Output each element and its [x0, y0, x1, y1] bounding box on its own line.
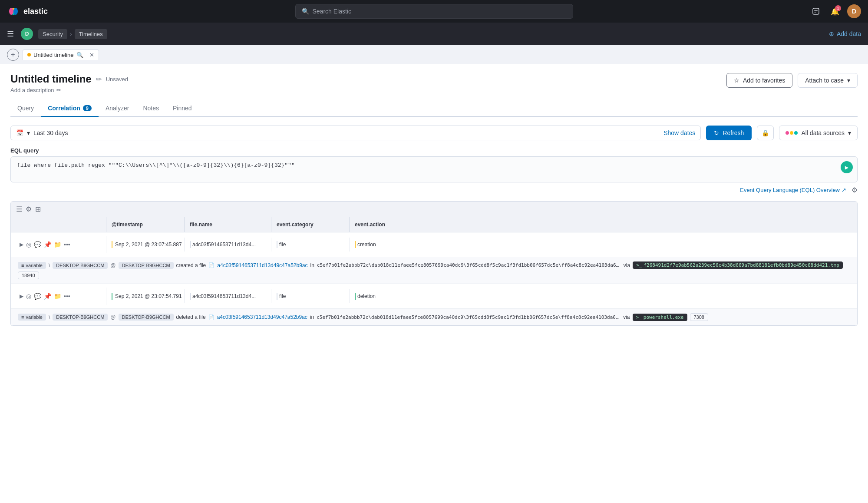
description-row[interactable]: Add a description ✏ — [10, 87, 128, 93]
category-value: file — [279, 242, 286, 248]
user-avatar-button[interactable]: D — [847, 4, 861, 18]
detail-cmd-pill-2: >_ powershell.exe — [633, 314, 687, 321]
search-placeholder: Search Elastic — [313, 8, 351, 15]
tab-notes[interactable]: Notes — [136, 100, 166, 117]
secondary-navigation: ☰ D Security › Timelines ⊕ Add data — [0, 23, 868, 45]
row-action-buttons: ▶ ◎ 💬 📌 📁 ••• — [16, 239, 101, 250]
tab-query-label: Query — [17, 105, 34, 112]
detail-pid-2: 7308 — [690, 313, 708, 321]
table-columns-icon[interactable]: ⊞ — [35, 205, 41, 213]
timeline-tabs-bar: + Untitled timeline 🔍 ✕ — [0, 45, 868, 64]
folder-icon-2[interactable]: 📁 — [54, 293, 61, 300]
detail-cmd-pill: >_ f268491d2f7e9ab562a239ec56c4b38d669a7… — [633, 261, 843, 269]
add-data-button[interactable]: ⊕ Add data — [829, 30, 861, 37]
bookmark-icon[interactable]: 📌 — [44, 241, 51, 248]
edit-description-icon[interactable]: ✏ — [56, 87, 61, 93]
tab-notes-label: Notes — [143, 105, 159, 112]
attach-to-case-button[interactable]: Attach to case ▾ — [798, 73, 858, 88]
breadcrumb-security[interactable]: Security — [38, 29, 67, 39]
filename-bar — [190, 241, 191, 248]
more-icon-2[interactable]: ••• — [64, 293, 70, 300]
table-settings-icon[interactable]: ⚙ — [26, 205, 32, 213]
edit-title-icon[interactable]: ✏ — [96, 75, 102, 83]
detail-at: @ — [110, 262, 116, 268]
query-toolbar: 📅 ▾ Last 30 days Show dates ↻ Refresh 🔒 — [10, 126, 858, 140]
expand-row-icon[interactable]: ▶ — [20, 242, 23, 248]
date-range-picker[interactable]: 📅 ▾ Last 30 days Show dates — [10, 126, 701, 140]
refresh-button[interactable]: ↻ Refresh — [706, 126, 752, 140]
action-value: creation — [357, 242, 376, 248]
search-icon: 🔍 — [302, 8, 309, 15]
eql-settings-icon[interactable]: ⚙ — [851, 186, 858, 194]
detail-file-hash[interactable]: a4c03f5914653711d13d49c47a52b9ac — [217, 262, 307, 268]
detail-action-text: created a file — [176, 262, 206, 268]
add-data-label: Add data — [837, 30, 861, 37]
eql-run-button[interactable]: ▶ — [841, 161, 853, 173]
detail-via: via — [624, 262, 630, 268]
table-row: ▶ ◎ 💬 📌 📁 ••• Sep 2, 2021 @ 23:07:54.791 — [11, 284, 857, 326]
row-action-buttons-2: ▶ ◎ 💬 📌 📁 ••• — [16, 291, 101, 301]
bookmark-icon-2[interactable]: 📌 — [44, 293, 51, 300]
tab-pinned[interactable]: Pinned — [166, 100, 199, 117]
tab-search-icon[interactable]: 🔍 — [76, 52, 83, 58]
folder-icon[interactable]: 📁 — [54, 241, 61, 248]
variable-icon: ≡ — [21, 263, 24, 268]
tab-pinned-label: Pinned — [173, 105, 192, 112]
correlation-badge: 9 — [83, 105, 92, 111]
category-bar-2 — [277, 293, 277, 300]
col-header-timestamp[interactable]: @timestamp — [106, 217, 185, 232]
col-header-filename[interactable]: file.name — [185, 217, 271, 232]
detail-in: in — [310, 262, 314, 268]
breadcrumb-separator: › — [70, 30, 72, 37]
detail-cmd-value: f268491d2f7e9ab562a239ec56c4b38d669a7bd8… — [644, 262, 839, 268]
table-header: @timestamp file.name event.category even… — [11, 217, 857, 232]
event-detail-2: ≡ variable \ DESKTOP-B9GHCCM @ DESKTOP-B… — [11, 308, 857, 325]
eql-footer: Event Query Language (EQL) Overview ↗ ⚙ — [10, 186, 858, 194]
space-avatar: D — [21, 28, 33, 40]
add-to-favorites-button[interactable]: ☆ Add to favorites — [726, 73, 792, 88]
eql-label: EQL query — [10, 147, 858, 154]
logo-text: elastic — [23, 7, 48, 16]
col-header-category[interactable]: event.category — [271, 217, 350, 232]
comment-icon[interactable]: 💬 — [34, 241, 41, 248]
tab-close-icon[interactable]: ✕ — [89, 52, 94, 58]
avatar-letter: D — [852, 8, 856, 15]
filename-bar-2 — [190, 293, 191, 300]
pin-icon[interactable]: ◎ — [26, 241, 31, 248]
timeline-header: Untitled timeline ✏ Unsaved Add a descri… — [10, 73, 858, 93]
tab-query[interactable]: Query — [10, 100, 41, 117]
detail-at-2: @ — [110, 314, 116, 320]
data-sources-button[interactable]: All data sources ▾ — [779, 126, 858, 140]
svg-point-4 — [13, 8, 18, 15]
header-actions: ☆ Add to favorites Attach to case ▾ — [726, 73, 858, 88]
tab-analyzer[interactable]: Analyzer — [99, 100, 136, 117]
timestamp-value: Sep 2, 2021 @ 23:07:45.887 — [115, 242, 182, 248]
elastic-logo[interactable]: elastic — [7, 5, 48, 18]
add-timeline-tab-button[interactable]: + — [7, 49, 19, 61]
comment-icon-2[interactable]: 💬 — [34, 293, 41, 300]
breadcrumb-timelines[interactable]: Timelines — [75, 29, 107, 39]
eql-query-box[interactable]: file where file.path regex """C:\\Users\… — [10, 156, 858, 182]
action-bar — [355, 241, 356, 248]
expand-row-icon-2[interactable]: ▶ — [20, 293, 23, 299]
timeline-tab-label: Untitled timeline — [33, 52, 74, 58]
lock-button[interactable]: 🔒 — [757, 126, 774, 140]
more-icon[interactable]: ••• — [64, 241, 70, 248]
global-search-bar[interactable]: 🔍 Search Elastic — [295, 4, 573, 19]
tab-correlation[interactable]: Correlation 9 — [41, 100, 99, 117]
eql-overview-link[interactable]: Event Query Language (EQL) Overview ↗ — [740, 187, 846, 193]
timeline-tab[interactable]: Untitled timeline 🔍 ✕ — [23, 50, 99, 60]
col-header-actions — [11, 217, 106, 232]
detail-file-hash-2[interactable]: a4c03f5914653711d13d49c47a52b9ac — [217, 314, 307, 320]
tab-analyzer-label: Analyzer — [106, 105, 129, 112]
pin-icon-2[interactable]: ◎ — [26, 293, 31, 300]
show-dates-btn[interactable]: Show dates — [663, 129, 695, 136]
main-page: Untitled timeline ✏ Unsaved Add a descri… — [0, 64, 868, 503]
table-list-icon[interactable]: ☰ — [16, 205, 22, 213]
filename-value: a4c03f5914653711d13d4... — [192, 242, 256, 248]
hamburger-menu-button[interactable]: ☰ — [7, 29, 14, 39]
help-icon-button[interactable] — [809, 4, 823, 18]
notifications-icon-button[interactable]: 🔔 1 — [828, 4, 842, 18]
table-controls-row: ☰ ⚙ ⊞ — [11, 202, 857, 217]
col-header-action[interactable]: event.action — [350, 217, 857, 232]
